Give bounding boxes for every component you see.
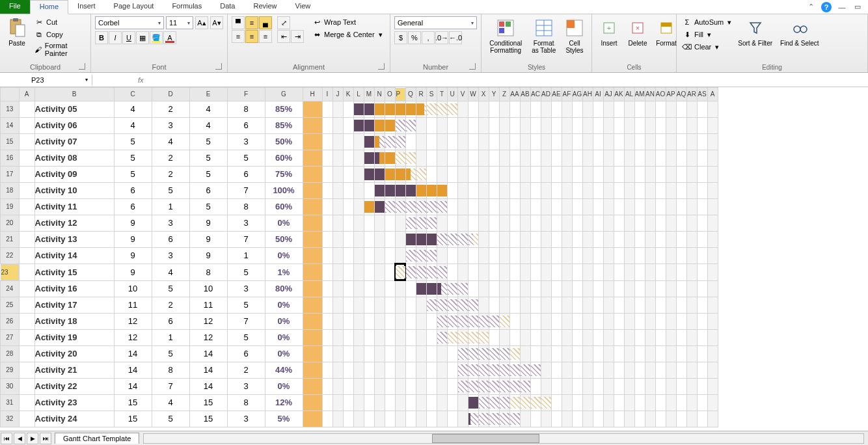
cell[interactable] xyxy=(530,150,541,166)
cell[interactable] xyxy=(332,101,343,117)
cell[interactable] xyxy=(478,362,489,378)
cell[interactable] xyxy=(426,117,437,133)
cell[interactable] xyxy=(303,329,322,345)
col-header[interactable]: K xyxy=(343,88,353,101)
cell[interactable] xyxy=(468,329,478,345)
cell[interactable] xyxy=(572,345,582,362)
cell[interactable] xyxy=(582,117,593,133)
cell[interactable] xyxy=(364,101,374,117)
cell[interactable] xyxy=(437,411,447,427)
cell[interactable] xyxy=(697,166,707,182)
cell[interactable] xyxy=(645,117,655,133)
cell[interactable] xyxy=(457,313,468,329)
cell[interactable] xyxy=(332,231,343,247)
row-header[interactable]: 30 xyxy=(1,378,20,394)
dialog-launcher-icon[interactable] xyxy=(215,63,222,70)
ribbon-minimize-icon[interactable]: ⌃ xyxy=(806,2,816,12)
cell[interactable] xyxy=(509,101,520,117)
cell[interactable] xyxy=(416,280,426,297)
cell[interactable] xyxy=(530,117,541,133)
cell[interactable] xyxy=(509,166,520,182)
cell[interactable] xyxy=(19,247,34,263)
cell[interactable] xyxy=(395,215,405,231)
cell[interactable] xyxy=(509,150,520,166)
cell[interactable] xyxy=(666,101,676,117)
cell[interactable] xyxy=(437,231,447,247)
cell[interactable] xyxy=(457,263,468,280)
cell[interactable] xyxy=(676,231,686,247)
tab-view[interactable]: View xyxy=(286,0,320,14)
cell[interactable] xyxy=(686,297,697,313)
cell[interactable] xyxy=(416,263,426,280)
row-header[interactable]: 22 xyxy=(1,247,20,263)
cell[interactable] xyxy=(447,263,457,280)
cell[interactable] xyxy=(322,182,332,198)
cell[interactable] xyxy=(437,345,447,362)
cell[interactable] xyxy=(686,231,697,247)
cell[interactable] xyxy=(655,329,666,345)
cell[interactable] xyxy=(624,182,634,198)
row-header[interactable]: 27 xyxy=(1,329,20,345)
cell[interactable] xyxy=(686,198,697,215)
cell[interactable]: Activity 17 xyxy=(34,297,114,313)
cell[interactable] xyxy=(603,378,614,394)
tab-home[interactable]: Home xyxy=(30,0,68,14)
cell[interactable] xyxy=(468,378,478,394)
cell[interactable]: 8 xyxy=(227,394,265,411)
cell[interactable] xyxy=(520,117,530,133)
cell[interactable] xyxy=(697,378,707,394)
cell[interactable] xyxy=(395,297,405,313)
cell[interactable] xyxy=(426,166,437,182)
spreadsheet-grid[interactable]: ABCDEFGHIJKLMNOPQRSTUVWXYZAAABACADAEAFAG… xyxy=(0,87,868,431)
row-header[interactable]: 32 xyxy=(1,411,20,427)
cell[interactable] xyxy=(426,411,437,427)
cell[interactable] xyxy=(614,247,624,263)
cell[interactable] xyxy=(405,182,416,198)
font-color-button[interactable]: A xyxy=(163,31,176,44)
cell[interactable] xyxy=(541,215,551,231)
cell[interactable]: 10 xyxy=(189,280,227,297)
cell[interactable] xyxy=(353,215,364,231)
cell[interactable] xyxy=(603,297,614,313)
cell[interactable] xyxy=(624,313,634,329)
cell[interactable] xyxy=(624,150,634,166)
cell[interactable]: 5 xyxy=(189,166,227,182)
cell[interactable] xyxy=(541,394,551,411)
cell[interactable] xyxy=(426,150,437,166)
cell[interactable] xyxy=(582,263,593,280)
cell[interactable] xyxy=(593,198,603,215)
cell[interactable]: 1 xyxy=(152,329,189,345)
decrease-decimal-button[interactable]: ←.0 xyxy=(449,31,462,44)
cell[interactable] xyxy=(447,150,457,166)
cell[interactable] xyxy=(478,101,489,117)
cell[interactable] xyxy=(374,394,385,411)
cell[interactable] xyxy=(614,101,624,117)
cell[interactable] xyxy=(520,263,530,280)
cell[interactable] xyxy=(509,215,520,231)
cell[interactable] xyxy=(416,182,426,198)
cell[interactable] xyxy=(541,313,551,329)
cell[interactable] xyxy=(426,345,437,362)
cell[interactable] xyxy=(551,182,562,198)
cell[interactable] xyxy=(645,263,655,280)
cell[interactable] xyxy=(551,394,562,411)
cell[interactable] xyxy=(676,133,686,150)
cell[interactable] xyxy=(655,166,666,182)
cell[interactable] xyxy=(520,329,530,345)
col-header[interactable]: D xyxy=(152,88,189,101)
cell[interactable] xyxy=(603,394,614,411)
cell[interactable] xyxy=(520,394,530,411)
cell[interactable]: 9 xyxy=(189,247,227,263)
cell[interactable]: Activity 07 xyxy=(34,133,114,150)
cell[interactable] xyxy=(353,345,364,362)
cell[interactable] xyxy=(645,394,655,411)
row-header[interactable]: 20 xyxy=(1,215,20,231)
cell[interactable] xyxy=(437,198,447,215)
cell[interactable]: 0% xyxy=(265,329,303,345)
cell[interactable] xyxy=(697,394,707,411)
cell[interactable] xyxy=(385,117,395,133)
cell[interactable] xyxy=(353,362,364,378)
cell[interactable] xyxy=(447,247,457,263)
cell[interactable] xyxy=(385,247,395,263)
col-header[interactable]: T xyxy=(437,88,447,101)
